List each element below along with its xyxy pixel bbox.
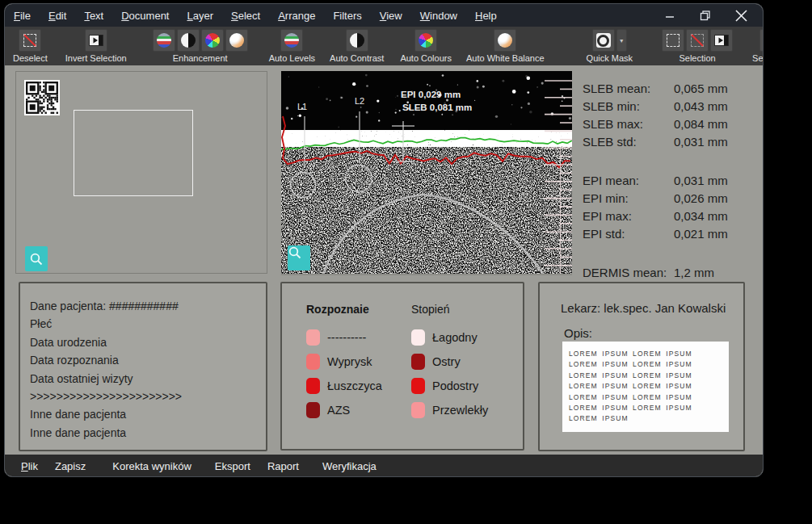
diagnosis-option[interactable]: AZS bbox=[306, 398, 382, 422]
menu-item-arrange[interactable]: Arrange bbox=[278, 10, 315, 22]
diagnosis-option[interactable]: Łuszczyca bbox=[306, 374, 382, 398]
patient-line: Data rozpoznania bbox=[30, 351, 258, 369]
toolbar-group-enhancement: Enhancement bbox=[153, 29, 248, 63]
auto-contrast-icon bbox=[350, 33, 364, 48]
menu-item-view[interactable]: View bbox=[380, 10, 402, 22]
menu-item-text[interactable]: Text bbox=[84, 10, 103, 22]
measurement-row: SLEB mean:0,065 mm bbox=[583, 80, 762, 98]
patient-line: Inne dane pacjenta bbox=[30, 405, 258, 423]
doctor-name: Lekarz: lek.spec. Jan Kowalski bbox=[561, 301, 743, 315]
bottom-menu-zapisz[interactable]: Zapisz bbox=[55, 460, 86, 472]
close-button[interactable] bbox=[729, 6, 753, 25]
deselect-icon bbox=[23, 34, 36, 47]
menu-item-layer[interactable]: Layer bbox=[187, 10, 213, 22]
measurement-row: EPI max:0,034 mm bbox=[583, 208, 762, 225]
clinical-photo[interactable] bbox=[15, 71, 267, 274]
auto-white-balance-icon bbox=[498, 33, 512, 48]
diagnosis-option[interactable]: ---------- bbox=[306, 325, 382, 350]
photo-zoom-button[interactable] bbox=[25, 246, 48, 271]
titlebar: File Edit Text Document Layer Select Arr… bbox=[5, 4, 763, 27]
auto-levels-icon bbox=[157, 33, 171, 48]
diagnosis-option[interactable]: Wyprysk bbox=[306, 350, 382, 374]
measurement-row: EPI mean:0,031 mm bbox=[583, 172, 762, 190]
menu-item-file[interactable]: File bbox=[14, 10, 31, 22]
auto-colours-button[interactable] bbox=[414, 29, 437, 52]
menu-item-edit[interactable]: Edit bbox=[48, 10, 66, 22]
measurements-panel: SLEB mean:0,065 mm SLEB min:0,043 mm SLE… bbox=[583, 73, 762, 282]
bottom-menu-weryfikacja[interactable]: Weryfikacja bbox=[322, 460, 377, 472]
toolbar-label: Enhancement bbox=[173, 53, 228, 63]
patient-line: Płeć bbox=[30, 315, 258, 333]
enhancement-white-balance-button[interactable] bbox=[225, 29, 248, 52]
menu-item-select[interactable]: Select bbox=[231, 10, 260, 22]
toolbar-label: Selection bbox=[679, 53, 715, 63]
restore-icon bbox=[700, 10, 711, 21]
toolbar-group-auto-contrast: Auto Contrast bbox=[330, 29, 384, 63]
menu-item-filters[interactable]: Filters bbox=[333, 10, 361, 22]
selection-rect-button[interactable] bbox=[662, 29, 684, 52]
severity-option[interactable]: Podostry bbox=[411, 374, 488, 398]
selection-deselect-button[interactable] bbox=[686, 29, 709, 52]
bottom-menu-plik[interactable]: Plik bbox=[21, 460, 38, 472]
toolbar-group-auto-levels: Auto Levels bbox=[269, 29, 315, 63]
auto-contrast-button[interactable] bbox=[346, 29, 368, 52]
color-swatch bbox=[411, 329, 425, 346]
selection-invert-button[interactable] bbox=[710, 29, 733, 52]
bottom-menu-eksport[interactable]: Eksport bbox=[215, 460, 250, 472]
severity-option[interactable]: Łagodny bbox=[411, 325, 488, 350]
toolbar-label: Deselect bbox=[13, 53, 48, 63]
measurement-row-dermis: DERMIS mean:1,2 mm bbox=[583, 264, 762, 282]
window-controls bbox=[658, 6, 763, 25]
enhancement-levels-button[interactable] bbox=[153, 29, 175, 52]
severity-column-title: Stopień bbox=[411, 303, 488, 316]
patient-line: Inne dane pacjenta bbox=[30, 424, 258, 442]
marker-l1-label: L1 bbox=[297, 102, 307, 111]
content-area: L1 L2 EPI 0,029 mm SLEB 0,081 mm SLEB me… bbox=[5, 65, 763, 455]
patient-data-panel: Dane pacjenta: ########### Płeć Data uro… bbox=[19, 282, 267, 451]
auto-contrast-icon bbox=[181, 33, 196, 48]
quick-mask-dropdown[interactable]: ▾ bbox=[616, 29, 627, 52]
toolbar-group-auto-colours: Auto Colours bbox=[400, 29, 452, 63]
measurement-row: SLEB max:0,084 mm bbox=[583, 115, 762, 133]
enhancement-contrast-button[interactable] bbox=[177, 29, 200, 52]
photo-selection-rect[interactable] bbox=[74, 110, 193, 196]
color-swatch bbox=[411, 378, 425, 394]
enhancement-colours-button[interactable] bbox=[201, 29, 224, 52]
quick-mask-button[interactable] bbox=[592, 29, 615, 52]
toolbar-label: Select All bbox=[752, 53, 764, 63]
severity-option[interactable]: Przewlekły bbox=[411, 398, 488, 422]
marker-l2-label: L2 bbox=[355, 96, 364, 106]
sleb-measure-label: SLEB 0,081 mm bbox=[402, 103, 472, 112]
invert-selection-button[interactable] bbox=[85, 29, 107, 52]
auto-white-balance-button[interactable] bbox=[494, 29, 516, 52]
toolbar: Deselect Invert Selection bbox=[5, 27, 763, 65]
menubar: File Edit Text Document Layer Select Arr… bbox=[5, 10, 497, 22]
epi-measure-label: EPI 0,029 mm bbox=[401, 90, 461, 99]
select-all-button[interactable] bbox=[759, 29, 764, 52]
deselect-icon bbox=[691, 34, 704, 47]
auto-levels-icon bbox=[284, 33, 299, 48]
bottom-menu-korekta[interactable]: Korekta wyników bbox=[112, 460, 191, 472]
restore-button[interactable] bbox=[693, 6, 717, 25]
diagnosis-column: Rozpoznaie ---------- Wyprysk Łuszczyca … bbox=[306, 303, 382, 422]
color-swatch bbox=[411, 402, 425, 418]
invert-selection-icon bbox=[89, 35, 103, 46]
ultrasound-image[interactable]: L1 L2 EPI 0,029 mm SLEB 0,081 mm bbox=[281, 71, 572, 275]
ultrasound-zoom-button[interactable] bbox=[288, 245, 310, 270]
bottom-menu-raport[interactable]: Raport bbox=[267, 460, 299, 472]
menu-item-document[interactable]: Document bbox=[121, 10, 169, 22]
deselect-button[interactable] bbox=[19, 29, 41, 52]
menu-item-window[interactable]: Window bbox=[420, 10, 457, 22]
toolbar-group-deselect: Deselect bbox=[13, 29, 48, 63]
toolbar-label: Invert Selection bbox=[65, 53, 127, 63]
auto-levels-button[interactable] bbox=[280, 29, 303, 52]
patient-line: Data ostatniej wizyty bbox=[30, 370, 258, 388]
description-textbox[interactable]: LOREM IPSUM LOREM IPSUM LOREM IPSUM LORE… bbox=[562, 342, 729, 432]
toolbar-label: Auto Contrast bbox=[330, 53, 384, 63]
toolbar-label: Quick Mask bbox=[587, 53, 633, 63]
menu-item-help[interactable]: Help bbox=[475, 10, 497, 22]
severity-option[interactable]: Ostry bbox=[411, 350, 488, 374]
toolbar-group-quick-mask: ▾ Quick Mask bbox=[587, 29, 633, 63]
minimize-button[interactable] bbox=[658, 6, 682, 25]
color-swatch bbox=[306, 354, 320, 370]
